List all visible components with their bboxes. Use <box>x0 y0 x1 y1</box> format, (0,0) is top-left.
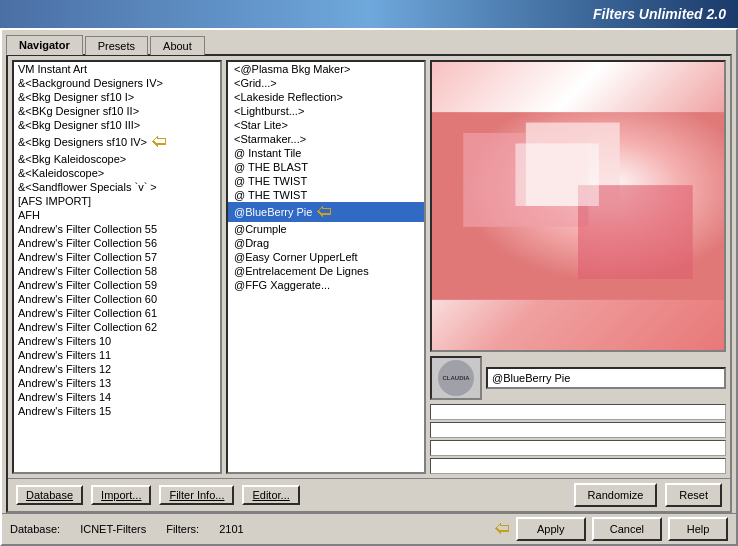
filter-item[interactable]: <Lightburst...> <box>228 104 424 118</box>
list-item[interactable]: Andrew's Filters 12 <box>14 362 220 376</box>
list-item[interactable]: Andrew's Filters 13 <box>14 376 220 390</box>
list-item[interactable]: Andrew's Filter Collection 58 <box>14 264 220 278</box>
filter-item[interactable]: @Entrelacement De Lignes <box>228 264 424 278</box>
database-label: Database: <box>10 523 60 535</box>
tab-bar: Navigator Presets About <box>2 30 736 54</box>
list-item[interactable]: &<BKg Designer sf10 II> <box>14 104 220 118</box>
left-panel[interactable]: VM Instant Art &<Background Designers IV… <box>12 60 222 474</box>
filter-item[interactable]: @Easy Corner UpperLeft <box>228 250 424 264</box>
list-item[interactable]: Andrew's Filter Collection 62 <box>14 320 220 334</box>
filter-item[interactable]: <@Plasma Bkg Maker> <box>228 62 424 76</box>
empty-row <box>430 440 726 456</box>
filter-item[interactable]: @ THE TWIST <box>228 188 424 202</box>
list-item[interactable]: &<Kaleidoscope> <box>14 166 220 180</box>
help-button[interactable]: Help <box>668 517 728 541</box>
filter-item[interactable]: @ THE TWIST <box>228 174 424 188</box>
svg-rect-4 <box>515 143 598 206</box>
list-item[interactable]: Andrew's Filter Collection 60 <box>14 292 220 306</box>
list-item[interactable]: Andrew's Filter Collection 59 <box>14 278 220 292</box>
list-item[interactable]: &<Bkg Designer sf10 I> <box>14 90 220 104</box>
list-item[interactable]: Andrew's Filter Collection 57 <box>14 250 220 264</box>
avatar-text: CLAUDIA <box>443 375 470 381</box>
filter-item[interactable]: @ THE BLAST <box>228 160 424 174</box>
cancel-button[interactable]: Cancel <box>592 517 662 541</box>
list-item[interactable]: Andrew's Filter Collection 55 <box>14 222 220 236</box>
status-bar: Database: ICNET-Filters Filters: 2101 🢠 … <box>2 513 736 544</box>
apply-button[interactable]: Apply <box>516 517 586 541</box>
tab-navigator[interactable]: Navigator <box>6 35 83 55</box>
list-item[interactable]: Andrew's Filter Collection 56 <box>14 236 220 250</box>
arrow-icon: 🢠 <box>316 203 332 221</box>
title-text: Filters Unlimited 2.0 <box>593 6 726 22</box>
list-item[interactable]: Andrew's Filters 10 <box>14 334 220 348</box>
empty-row <box>430 422 726 438</box>
list-item[interactable]: &<Bkg Designer sf10 III> <box>14 118 220 132</box>
avatar: CLAUDIA <box>430 356 482 400</box>
list-item[interactable]: Andrew's Filters 14 <box>14 390 220 404</box>
empty-row <box>430 458 726 474</box>
randomize-button[interactable]: Randomize <box>574 483 658 507</box>
list-item[interactable]: [AFS IMPORT] <box>14 194 220 208</box>
bottom-toolbar: Database Import... Filter Info... Editor… <box>8 478 730 511</box>
filter-item-blueberry-pie[interactable]: @BlueBerry Pie 🢠 <box>228 202 424 222</box>
database-value: ICNET-Filters <box>80 523 146 535</box>
list-item[interactable]: &<Bkg Kaleidoscope> <box>14 152 220 166</box>
list-item[interactable]: Andrew's Filters 11 <box>14 348 220 362</box>
list-item-bkg-sf10-iv[interactable]: &<Bkg Designers sf10 IV> 🢠 <box>14 132 220 152</box>
list-item[interactable]: &<Sandflower Specials `v` > <box>14 180 220 194</box>
content-area: VM Instant Art &<Background Designers IV… <box>6 54 732 513</box>
filter-name-input[interactable] <box>486 367 726 389</box>
title-bar: Filters Unlimited 2.0 <box>0 0 738 28</box>
filter-item[interactable]: <Starmaker...> <box>228 132 424 146</box>
tab-about[interactable]: About <box>150 36 205 55</box>
apply-arrow-icon: 🢠 <box>494 520 510 538</box>
editor-button[interactable]: Editor... <box>242 485 299 505</box>
filter-item[interactable]: <Lakeside Reflection> <box>228 90 424 104</box>
import-button[interactable]: Import... <box>91 485 151 505</box>
filter-item[interactable]: @FFG Xaggerate... <box>228 278 424 292</box>
filter-item[interactable]: <Grid...> <box>228 76 424 90</box>
tab-presets[interactable]: Presets <box>85 36 148 55</box>
list-item[interactable]: VM Instant Art <box>14 62 220 76</box>
right-panel: CLAUDIA <box>430 60 726 474</box>
filters-value: 2101 <box>219 523 243 535</box>
middle-panel[interactable]: <@Plasma Bkg Maker> <Grid...> <Lakeside … <box>226 60 426 474</box>
preview-image <box>430 60 726 352</box>
filter-item[interactable]: @Drag <box>228 236 424 250</box>
list-item[interactable]: AFH <box>14 208 220 222</box>
filter-item[interactable]: @Crumple <box>228 222 424 236</box>
filter-item[interactable]: <Star Lite> <box>228 118 424 132</box>
avatar-inner: CLAUDIA <box>438 360 474 396</box>
filter-item-label: @BlueBerry Pie <box>234 206 312 218</box>
list-item[interactable]: &<Background Designers IV> <box>14 76 220 90</box>
filter-info-button[interactable]: Filter Info... <box>159 485 234 505</box>
main-window: Navigator Presets About VM Instant Art &… <box>0 28 738 546</box>
reset-button[interactable]: Reset <box>665 483 722 507</box>
preview-bottom: CLAUDIA <box>430 356 726 400</box>
filter-item[interactable]: @ Instant Tile <box>228 146 424 160</box>
item-label: &<Bkg Designers sf10 IV> <box>18 136 147 148</box>
arrow-icon: 🢠 <box>151 133 167 151</box>
empty-row <box>430 404 726 420</box>
list-item[interactable]: Andrew's Filters 15 <box>14 404 220 418</box>
empty-rows <box>430 404 726 474</box>
filters-label: Filters: <box>166 523 199 535</box>
list-item[interactable]: Andrew's Filter Collection 61 <box>14 306 220 320</box>
database-button[interactable]: Database <box>16 485 83 505</box>
panels-row: VM Instant Art &<Background Designers IV… <box>8 56 730 478</box>
